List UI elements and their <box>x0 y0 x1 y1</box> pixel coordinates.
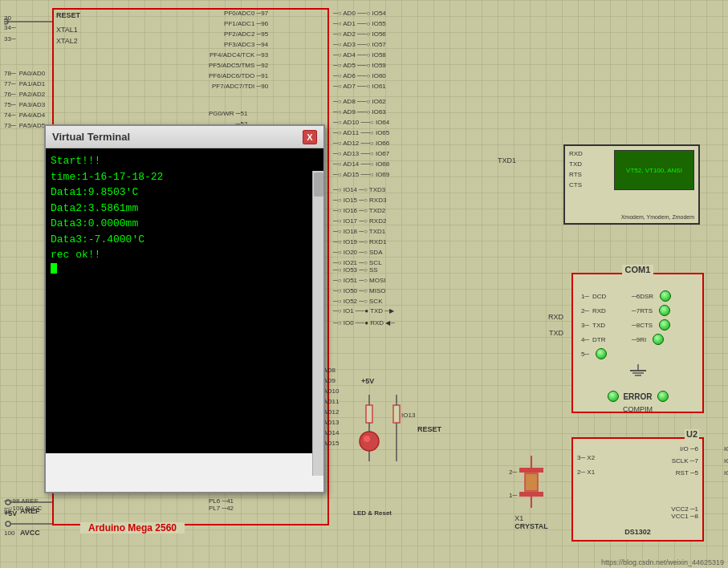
vt-line-2: time:1-16-17-18-22 <box>51 169 319 185</box>
vt-titlebar: Virtual Terminal X <box>46 126 323 148</box>
svg-text:100: 100 <box>4 529 15 536</box>
svg-text:AVCC: AVCC <box>20 529 40 536</box>
plus5v-label: +5V <box>361 377 445 385</box>
reset-label: RESET <box>56 11 80 19</box>
svg-rect-14 <box>366 405 372 423</box>
com1-title: COM1 <box>622 265 654 274</box>
vt-txd-label: TXD <box>569 160 582 168</box>
svg-point-17 <box>364 436 370 442</box>
rxd-com-label: RXD <box>548 313 563 321</box>
u2-right-pins: I/O ─6 SCLK ─7 RST ─5 <box>672 443 698 479</box>
io-middle-connector: ─○ IO14 ─○ TXD3 ─○ IO15 ─○ RXD3 ─○ IO16 … <box>333 185 386 268</box>
svg-text:AREF: AREF <box>20 507 40 515</box>
svg-rect-8 <box>525 473 538 491</box>
io-lower-connector: ─○ IO53 ─○ SS ─○ IO51 ─○ MOSI ─○ IO50 ─○… <box>333 265 385 306</box>
svg-text:2─: 2─ <box>509 469 517 476</box>
svg-rect-19 <box>393 405 400 423</box>
vt-comp-screen: VT52, VT100, ANSI <box>614 150 694 190</box>
led-reset-section: +5V IO13 LED & Reset <box>349 377 445 509</box>
vt-title-text: Virtual Terminal <box>52 131 130 143</box>
right-ic-pins: PF0/ADC0 ─97 PF1/ADC1 ─96 PF2/ADC2 ─95 P… <box>209 8 268 91</box>
vt-rts-label: RTS <box>569 171 582 178</box>
com1-ground <box>628 364 648 383</box>
vt-line-5: Data3:0.0000mm <box>51 216 319 232</box>
vt-close-button[interactable]: X <box>303 130 317 144</box>
pl-pins: PL6 ─41 PL7 ─42 <box>209 497 234 512</box>
plus5v-bottom-label: +5V <box>4 509 17 517</box>
u2-component: U2 3─ X2 2─ X1 I/O ─6 SCLK ─7 RST ─5 VCC… <box>571 437 704 542</box>
svg-rect-7 <box>519 468 543 473</box>
compim-label: COMPIM <box>623 405 653 413</box>
xtal1-label: XTAL1 <box>56 26 78 34</box>
vt-content[interactable]: Start!!! time:1-16-17-18-22 Data1:9.8503… <box>46 148 323 453</box>
xtal1-num: 34─ <box>4 24 16 31</box>
vt-cursor <box>51 263 57 274</box>
led-reset-label: LED & Reset <box>353 509 392 517</box>
svg-point-16 <box>360 432 379 451</box>
error-section: ERROR <box>607 391 668 402</box>
u2-left-pins: 3─ X2 2─ X1 <box>577 451 595 480</box>
xtal2-label: XTAL2 <box>56 37 78 45</box>
arduino-mega-label: Arduino Mega 2560 <box>80 522 185 534</box>
vt-line-6: Data3:-7.4000'C <box>51 232 319 248</box>
svg-point-27 <box>6 521 10 526</box>
svg-rect-9 <box>519 492 543 497</box>
vt-rxd-label: RXD <box>569 150 583 157</box>
vt-scrollbar[interactable] <box>312 171 323 476</box>
vt-comp-screen-text: VT52, VT100, ANSI <box>626 167 682 174</box>
xtal2-num: 33─ <box>4 35 16 43</box>
com1-pin-list: 1─DCD ─6DSR 2─RXD ─7RTS 3─TXD ─8CTS 4─DT… <box>580 290 671 363</box>
error-text: ERROR <box>623 392 652 401</box>
com1-component: COM1 1─DCD ─6DSR 2─RXD ─7RTS 3─TXD ─8CTS… <box>571 273 704 413</box>
watermark: https://blog.csdn.net/weixin_44625319 <box>601 558 724 566</box>
vt-protocols-text: Xmodem, Ymodem, Zmodem <box>621 214 694 220</box>
u2-vcc-pins: VCC2 ─1 VCC1 ─8 <box>671 505 698 520</box>
txd-com-label: TXD <box>549 329 563 337</box>
svg-point-23 <box>6 500 10 505</box>
crystal-bottom-label: X1 CRYSTAL <box>514 514 548 530</box>
aref-section: 98 AREF 100 AVCC <box>4 496 56 539</box>
vt-line-7: rec ok!! <box>51 247 319 263</box>
txd-rxd-labels: ─○ IO1 ──● TXD ─▶ ─○ IO0 ──● RXD ◀─ <box>333 305 395 329</box>
reset-conn-label: RESET <box>417 425 441 433</box>
vt-schematic-component: RXD TXD RTS CTS VT52, VT100, ANSI Xmodem… <box>563 144 700 225</box>
error-led <box>607 391 618 402</box>
u2-chip-label: DS1302 <box>624 528 651 536</box>
virtual-terminal-window: Virtual Terminal X Start!!! time:1-16-17… <box>44 124 325 493</box>
txd1-arrow-label: TXD1 <box>498 156 516 164</box>
vt-scroll-thumb[interactable] <box>314 172 323 197</box>
svg-text:IO13: IO13 <box>401 412 416 419</box>
ad-pin-connector-2: ─○ AD8 ──○ IO62 ─○ AD9 ──○ IO63 ─○ AD10 … <box>333 96 389 180</box>
vt-cts-label: CTS <box>569 181 582 189</box>
error-green-led <box>657 391 669 402</box>
vt-line-4: Data2:3.5861mm <box>51 201 319 217</box>
ad-pin-connector: ─○ AD0 ──○ IO54 ─○ AD1 ──○ IO55 ─○ AD2 ─… <box>333 8 386 91</box>
left-io-pins: 78─ PA0/AD0 77─ PA1/AD1 76─ PA2/AD2 75─ … <box>4 68 45 131</box>
crystal-component: 2─ 1─ X1 CRYSTAL <box>507 456 555 516</box>
u2-io-ext: IO4 IO5 IO2 <box>724 443 728 479</box>
u2-title: U2 <box>685 429 699 439</box>
vt-line-3: Data1:9.8503'C <box>51 185 319 201</box>
svg-text:1─: 1─ <box>509 492 517 499</box>
vt-line-1: Start!!! <box>51 153 319 169</box>
